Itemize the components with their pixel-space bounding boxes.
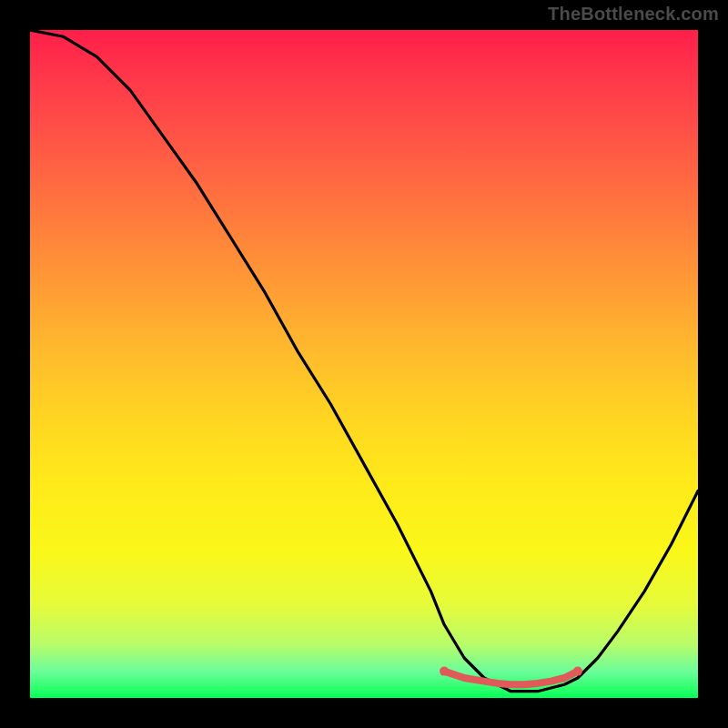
plot-area bbox=[30, 30, 698, 698]
chart-stage: TheBottleneck.com bbox=[0, 0, 728, 728]
watermark-text: TheBottleneck.com bbox=[548, 4, 719, 25]
bottleneck-curve bbox=[30, 30, 698, 692]
trough-dot bbox=[440, 667, 449, 676]
highlight-trough bbox=[444, 672, 578, 685]
trough-dot bbox=[573, 667, 582, 676]
curve-svg bbox=[30, 30, 698, 698]
